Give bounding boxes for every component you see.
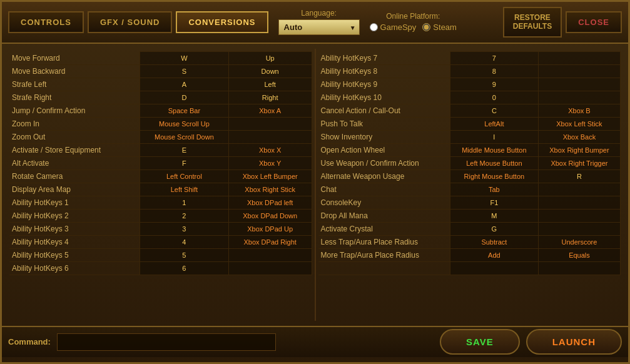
key2-cell[interactable] [538, 196, 620, 209]
key1-cell[interactable]: 9 [450, 78, 538, 91]
key1-cell[interactable]: Mouse Scroll Up [140, 117, 229, 130]
key2-cell[interactable]: Xbox DPad Up [228, 222, 312, 235]
key2-cell[interactable] [228, 261, 312, 275]
action-name: Open Action Wheel [318, 143, 450, 156]
table-row: ConsoleKeyF1 [318, 196, 621, 209]
key2-cell[interactable]: Xbox Right Stick [228, 183, 312, 196]
key2-cell[interactable] [538, 209, 620, 222]
key1-cell[interactable]: S [140, 64, 229, 78]
steam-radio[interactable] [422, 23, 430, 31]
key2-cell[interactable]: Xbox DPad left [228, 196, 312, 209]
key1-cell[interactable]: W [140, 51, 229, 64]
action-name: Alternate Weapon Usage [318, 169, 450, 183]
key1-cell[interactable]: 0 [450, 91, 538, 104]
key2-cell[interactable]: Down [228, 64, 312, 78]
key1-cell[interactable]: Add [450, 248, 538, 261]
key2-cell[interactable]: Left [228, 78, 312, 91]
key1-cell[interactable]: E [140, 143, 229, 156]
key2-cell[interactable]: Xbox Right Trigger [538, 156, 620, 169]
table-row: Activate / Store EquipmentEXbox X [9, 143, 312, 156]
key1-cell[interactable]: Tab [450, 183, 538, 196]
key2-cell[interactable] [228, 117, 312, 130]
key1-cell[interactable]: C [450, 104, 538, 117]
key1-cell[interactable]: LeftAlt [450, 117, 538, 130]
key2-cell[interactable] [538, 91, 620, 104]
tab-controls[interactable]: CONTROLS [8, 11, 84, 33]
table-row: Drop All ManaM [318, 209, 621, 222]
key1-cell[interactable] [450, 261, 538, 275]
key2-cell[interactable]: Xbox A [228, 104, 312, 117]
key2-cell[interactable]: Underscore [538, 235, 620, 248]
key2-cell[interactable]: Xbox Back [538, 130, 620, 143]
platform-gamespy[interactable]: GameSpy [370, 23, 417, 32]
action-name: Rotate Camera [9, 169, 140, 183]
save-button[interactable]: SAVE [440, 329, 520, 355]
language-select[interactable]: Auto [278, 19, 360, 35]
key1-cell[interactable]: 2 [140, 209, 229, 222]
key1-cell[interactable]: 4 [140, 235, 229, 248]
key2-cell[interactable]: Up [228, 51, 312, 64]
key1-cell[interactable]: Space Bar [140, 104, 229, 117]
key1-cell[interactable]: Right Mouse Button [450, 169, 538, 183]
key2-cell[interactable] [538, 64, 620, 78]
key1-cell[interactable]: Middle Mouse Button [450, 143, 538, 156]
header-bar: CONTROLS GFX / SOUND CONVERSIONS Languag… [2, 2, 628, 44]
key2-cell[interactable] [538, 78, 620, 91]
command-input[interactable] [57, 333, 276, 351]
action-name: Activate Crystal [318, 222, 450, 235]
action-name [318, 261, 450, 275]
key2-cell[interactable] [228, 130, 312, 143]
key1-cell[interactable]: D [140, 91, 229, 104]
key2-cell[interactable]: Xbox Left Stick [538, 117, 620, 130]
key2-cell[interactable]: Xbox Right Bumper [538, 143, 620, 156]
table-row: Ability HotKeys 55 [9, 248, 312, 261]
key1-cell[interactable]: 8 [450, 64, 538, 78]
key2-cell[interactable]: Xbox B [538, 104, 620, 117]
key1-cell[interactable]: Subtract [450, 235, 538, 248]
key2-cell[interactable]: Xbox DPad Down [228, 209, 312, 222]
key2-cell[interactable] [228, 248, 312, 261]
key2-cell[interactable] [538, 183, 620, 196]
key2-cell[interactable]: Xbox X [228, 143, 312, 156]
key2-cell[interactable]: R [538, 169, 620, 183]
table-row: Ability HotKeys 77 [318, 51, 621, 64]
restore-defaults-button[interactable]: RESTOREDEFAULTS [503, 7, 562, 38]
action-name: Cancel Action / Call-Out [318, 104, 450, 117]
key1-cell[interactable]: 1 [140, 196, 229, 209]
launch-button[interactable]: LAUNCH [526, 329, 622, 355]
key1-cell[interactable]: Left Shift [140, 183, 229, 196]
tab-gfx-sound[interactable]: GFX / SOUND [88, 11, 173, 33]
action-name: Show Inventory [318, 130, 450, 143]
key1-cell[interactable]: 5 [140, 248, 229, 261]
key1-cell[interactable]: F [140, 156, 229, 169]
key1-cell[interactable]: 6 [140, 261, 229, 275]
key2-cell[interactable] [538, 222, 620, 235]
key1-cell[interactable]: Left Control [140, 169, 229, 183]
action-name: Ability HotKeys 9 [318, 78, 450, 91]
key2-cell[interactable] [538, 51, 620, 64]
key1-cell[interactable]: A [140, 78, 229, 91]
tab-conversions[interactable]: CONVERSIONS [176, 11, 268, 33]
key1-cell[interactable]: M [450, 209, 538, 222]
key2-cell[interactable]: Xbox Left Bumper [228, 169, 312, 183]
key2-cell[interactable] [538, 261, 620, 275]
key2-cell[interactable]: Equals [538, 248, 620, 261]
key1-cell[interactable]: 3 [140, 222, 229, 235]
key1-cell[interactable]: Mouse Scroll Down [140, 130, 229, 143]
gamespy-radio[interactable] [370, 23, 378, 31]
key1-cell[interactable]: 7 [450, 51, 538, 64]
close-button[interactable]: CLOSE [566, 11, 622, 33]
key1-cell[interactable]: Left Mouse Button [450, 156, 538, 169]
key1-cell[interactable]: I [450, 130, 538, 143]
controls-layout: Move ForwardWUpMove BackwardSDownStrafe … [7, 49, 623, 321]
key1-cell[interactable]: F1 [450, 196, 538, 209]
platform-steam[interactable]: Steam [422, 23, 457, 32]
key2-cell[interactable]: Xbox Y [228, 156, 312, 169]
table-row: Ability HotKeys 66 [9, 261, 312, 275]
action-name: Move Backward [9, 64, 140, 78]
action-name: Strafe Left [9, 78, 140, 91]
key1-cell[interactable]: G [450, 222, 538, 235]
gamespy-label: GameSpy [380, 23, 417, 32]
key2-cell[interactable]: Xbox DPad Right [228, 235, 312, 248]
key2-cell[interactable]: Right [228, 91, 312, 104]
